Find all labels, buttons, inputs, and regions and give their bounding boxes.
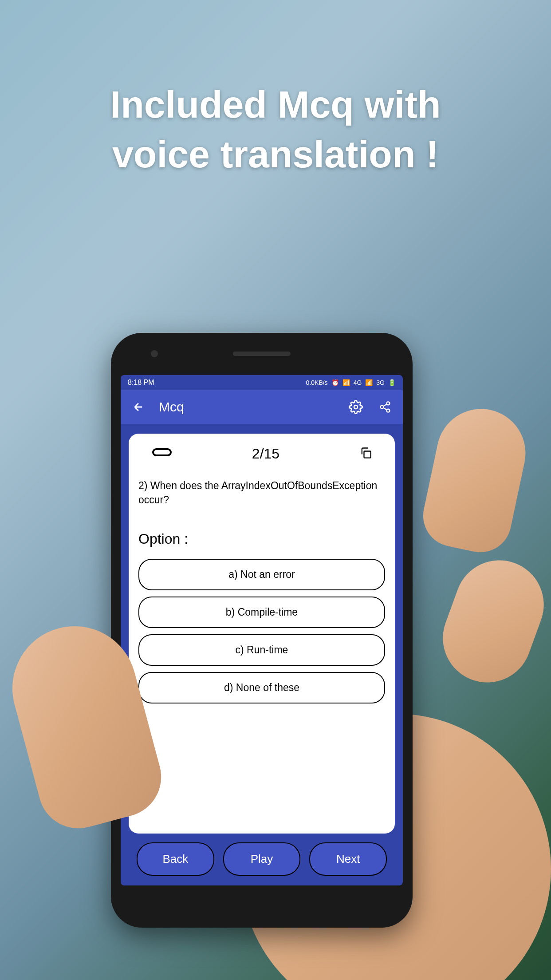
option-label: Option : — [138, 531, 385, 547]
option-b[interactable]: b) Compile-time — [138, 597, 385, 628]
promo-line-1: Included Mcq with — [0, 80, 551, 130]
option-d[interactable]: d) None of these — [138, 672, 385, 703]
network-1: 4G — [354, 379, 362, 386]
svg-point-2 — [381, 406, 384, 409]
option-a[interactable]: a) Not an error — [138, 559, 385, 590]
promo-line-2: voice translation ! — [0, 130, 551, 179]
signal-icon-2: 📶 — [365, 379, 373, 386]
phone-screen: 8:18 PM 0.0KB/s ⏰ 📶 4G 📶 3G 🔋 Mcq — [121, 375, 403, 885]
question-card: 2/15 2) When does the ArrayIndexOutOfBou… — [129, 434, 395, 834]
phone-frame: 8:18 PM 0.0KB/s ⏰ 📶 4G 📶 3G 🔋 Mcq — [111, 333, 413, 928]
loop-icon[interactable] — [152, 445, 172, 462]
app-bar-title: Mcq — [159, 399, 335, 415]
svg-point-1 — [387, 402, 390, 405]
data-rate: 0.0KB/s — [306, 379, 328, 386]
settings-icon[interactable] — [347, 398, 365, 416]
phone-camera — [151, 350, 158, 357]
options-list: a) Not an error b) Compile-time c) Run-t… — [138, 559, 385, 703]
phone-speaker — [233, 352, 291, 356]
promo-heading: Included Mcq with voice translation ! — [0, 80, 551, 179]
copy-icon[interactable] — [359, 445, 372, 462]
share-icon[interactable] — [376, 398, 394, 416]
next-button[interactable]: Next — [309, 842, 387, 876]
svg-line-4 — [383, 408, 387, 410]
svg-rect-6 — [364, 451, 371, 458]
svg-point-3 — [387, 409, 390, 412]
battery-icon: 🔋 — [388, 379, 396, 386]
app-bar: Mcq — [121, 390, 403, 424]
option-c[interactable]: c) Run-time — [138, 634, 385, 666]
back-button[interactable]: Back — [137, 842, 214, 876]
svg-line-5 — [383, 404, 387, 407]
svg-point-0 — [354, 405, 358, 409]
back-arrow-icon[interactable] — [130, 398, 147, 416]
network-2: 3G — [376, 379, 385, 386]
play-button[interactable]: Play — [223, 842, 301, 876]
alarm-icon: ⏰ — [331, 379, 339, 386]
question-text: 2) When does the ArrayIndexOutOfBoundsEx… — [138, 478, 385, 507]
card-header: 2/15 — [138, 445, 385, 462]
content-area: 2/15 2) When does the ArrayIndexOutOfBou… — [121, 424, 403, 885]
status-bar: 8:18 PM 0.0KB/s ⏰ 📶 4G 📶 3G 🔋 — [121, 375, 403, 390]
phone-top — [111, 352, 413, 356]
bottom-nav: Back Play Next — [129, 834, 395, 876]
question-counter: 2/15 — [252, 446, 279, 462]
signal-icon-1: 📶 — [342, 379, 350, 386]
status-time: 8:18 PM — [128, 379, 154, 387]
status-indicators: 0.0KB/s ⏰ 📶 4G 📶 3G 🔋 — [306, 379, 396, 386]
